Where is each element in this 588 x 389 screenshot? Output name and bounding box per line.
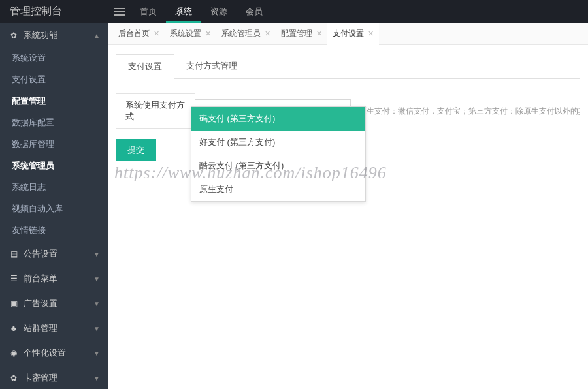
- sidebar-item-pay-settings[interactable]: 支付设置: [0, 69, 108, 91]
- sidebar-group-sites[interactable]: ♣ 站群管理 ▼: [0, 316, 108, 341]
- pay-method-dropdown: 码支付 (第三方支付) 好支付 (第三方支付) 酷云支付 (第三方支付) 原生支…: [191, 106, 366, 202]
- page-tab-system-settings[interactable]: 系统设置✕: [165, 23, 216, 45]
- main-area: 后台首页✕ 系统设置✕ 系统管理员✕ 配置管理✕ 支付设置✕ 支付设置 支付方式…: [108, 23, 588, 389]
- sidebar-group-label: 系统功能: [24, 29, 93, 41]
- chevron-down-icon: ▼: [93, 375, 100, 382]
- list-icon: ☰: [8, 274, 20, 283]
- menu-icon: [114, 7, 125, 16]
- page-tab-config[interactable]: 配置管理✕: [276, 23, 327, 45]
- gear-icon: ✿: [8, 31, 20, 40]
- tab-pay-methods[interactable]: 支付方式管理: [174, 54, 249, 78]
- sidebar-group-ads[interactable]: ▣ 广告设置 ▼: [0, 291, 108, 316]
- sidebar-item-config[interactable]: 配置管理: [0, 91, 108, 112]
- chevron-down-icon: ▼: [93, 300, 100, 307]
- sidebar: ✿ 系统功能 ▲ 系统设置 支付设置 配置管理 数据库配置 数据库管理 系统管理…: [0, 23, 108, 389]
- chevron-down-icon: ▼: [93, 325, 100, 332]
- page-tab-home[interactable]: 后台首页✕: [113, 23, 165, 45]
- sidebar-item-links[interactable]: 友情链接: [0, 220, 108, 241]
- option-native[interactable]: 原生支付: [191, 178, 365, 201]
- sidebar-group-cards[interactable]: ✿ 卡密管理 ▼: [0, 366, 108, 389]
- tab-pay-settings[interactable]: 支付设置: [116, 54, 174, 79]
- close-icon[interactable]: ✕: [368, 29, 374, 38]
- sitemap-icon: ♣: [8, 324, 20, 333]
- top-nav: 首页 系统 资源 会员: [131, 0, 272, 23]
- page-tab-admin[interactable]: 系统管理员✕: [216, 23, 276, 45]
- topnav-member[interactable]: 会员: [237, 0, 272, 23]
- sidebar-item-system-settings[interactable]: 系统设置: [0, 48, 108, 69]
- brand-title: 管理控制台: [0, 5, 108, 18]
- picture-icon: ▣: [8, 299, 20, 308]
- chevron-down-icon: ▼: [93, 251, 100, 258]
- topnav-home[interactable]: 首页: [131, 0, 166, 23]
- inner-tabs: 支付设置 支付方式管理: [116, 54, 580, 79]
- help-text: 原生支付：微信支付，支付宝；第三方支付：除原生支付以外的其他支付: [359, 106, 580, 117]
- topnav-system[interactable]: 系统: [166, 0, 201, 23]
- sidebar-item-admin[interactable]: 系统管理员: [0, 155, 108, 177]
- sidebar-item-logs[interactable]: 系统日志: [0, 177, 108, 198]
- sidebar-group-function[interactable]: ✿ 系统功能 ▲: [0, 23, 108, 48]
- gear-icon: ✿: [8, 373, 20, 382]
- submit-button[interactable]: 提交: [116, 139, 156, 161]
- sidebar-item-db-config[interactable]: 数据库配置: [0, 112, 108, 134]
- chevron-down-icon: ▼: [93, 275, 100, 283]
- option-kuyunpay[interactable]: 酷云支付 (第三方支付): [191, 154, 365, 178]
- close-icon[interactable]: ✕: [316, 29, 322, 38]
- sidebar-item-db-manage[interactable]: 数据库管理: [0, 134, 108, 155]
- chevron-down-icon: ▼: [93, 350, 100, 357]
- page-tabs: 后台首页✕ 系统设置✕ 系统管理员✕ 配置管理✕ 支付设置✕: [108, 23, 588, 45]
- sidebar-toggle[interactable]: [108, 7, 131, 16]
- sidebar-group-personalize[interactable]: ◉ 个性化设置 ▼: [0, 341, 108, 366]
- sidebar-group-notice[interactable]: ▤ 公告设置 ▼: [0, 241, 108, 266]
- close-icon[interactable]: ✕: [154, 29, 159, 38]
- book-icon: ▤: [8, 249, 20, 258]
- sidebar-group-menu[interactable]: ☰ 前台菜单 ▼: [0, 266, 108, 291]
- field-label-pay-method: 系统使用支付方式: [116, 93, 195, 129]
- content-panel: 支付设置 支付方式管理 系统使用支付方式 码支付 (第三方支付) ▲ 原生支付：…: [108, 45, 588, 389]
- close-icon[interactable]: ✕: [205, 29, 211, 38]
- topnav-resource[interactable]: 资源: [201, 0, 237, 23]
- sidebar-item-video[interactable]: 视频自动入库: [0, 198, 108, 220]
- page-tab-pay[interactable]: 支付设置✕: [327, 23, 379, 45]
- dashboard-icon: ◉: [8, 349, 20, 358]
- close-icon[interactable]: ✕: [265, 29, 270, 38]
- option-haopay[interactable]: 好支付 (第三方支付): [191, 131, 365, 154]
- option-mapay[interactable]: 码支付 (第三方支付): [191, 107, 365, 131]
- chevron-up-icon: ▲: [93, 32, 100, 39]
